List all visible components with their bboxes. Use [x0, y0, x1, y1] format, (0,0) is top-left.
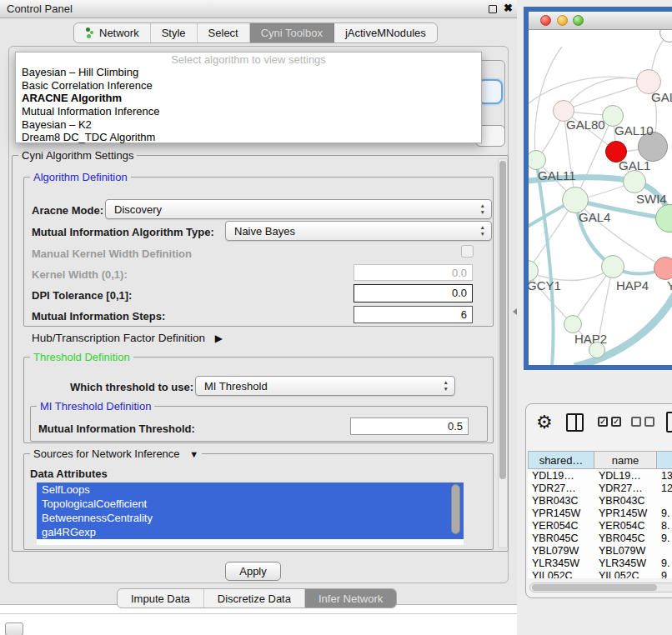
hub-definition-label: Hub/Transcription Factor Definition — [32, 332, 205, 344]
table-row[interactable]: YPR145WYPR145W9. — [528, 507, 672, 519]
dock-divider — [0, 613, 517, 614]
split-columns-icon[interactable] — [566, 413, 584, 432]
new-table-icon[interactable] — [666, 412, 672, 432]
dropdown-item[interactable]: Bayesian – Hill Climbing — [16, 66, 481, 79]
unchecked-box-icon — [644, 417, 654, 427]
zoom-traffic-light-icon[interactable] — [573, 15, 584, 26]
attribute-item-selected[interactable]: SelfLoops — [37, 482, 464, 497]
tab-discretize-data[interactable]: Discretize Data — [204, 589, 305, 608]
node-hap2[interactable] — [564, 315, 582, 333]
node-label: GAL80 — [566, 118, 605, 132]
algorithm-definition-legend: Algorithm Definition — [30, 171, 131, 183]
dropdown-placeholder: Select algorithm to view settings — [16, 53, 481, 66]
table-toolbar: ⚙ ✓ ✓ — [526, 411, 672, 439]
minimize-traffic-light-icon[interactable] — [557, 15, 568, 26]
attribute-item-selected[interactable]: BetweennessCentrality — [37, 511, 464, 525]
table-row[interactable]: YER054CYER054C8. — [528, 519, 672, 532]
table-row[interactable]: YIL052CYIL052C9 — [528, 569, 672, 578]
mi-steps-label: Mutual Information Steps: — [32, 310, 165, 322]
settings-group-legend: Cyni Algorithm Settings — [18, 149, 137, 162]
aracne-mode-combo[interactable]: Discovery ▲▼ — [105, 199, 492, 219]
gear-icon[interactable]: ⚙ — [536, 412, 553, 433]
node-hap4[interactable] — [601, 255, 624, 278]
mi-algorithm-type-combo[interactable]: Naive Bayes ▲▼ — [225, 221, 492, 241]
node-label: GCY1 — [529, 278, 561, 292]
manual-kernel-width-checkbox[interactable] — [461, 245, 474, 258]
float-window-icon[interactable] — [489, 5, 497, 13]
settings-vertical-scrollbar[interactable] — [498, 158, 508, 548]
network-window-titlebar[interactable] — [529, 12, 672, 30]
table-row[interactable]: YLR345WYLR345W9. — [528, 557, 672, 569]
table-row[interactable]: YBR043CYBR043C — [528, 494, 672, 507]
tab-infer-network[interactable]: Infer Network — [305, 589, 396, 608]
dpi-tolerance-label: DPI Tolerance [0,1]: — [32, 289, 132, 302]
table-row[interactable]: YDR27…YDR27…12 — [528, 482, 672, 494]
node-label: HAP4 — [616, 278, 649, 292]
checked-box-icon: ✓ — [611, 417, 621, 427]
attributes-scrollbar-thumb[interactable] — [451, 484, 460, 534]
panel-title: Control Panel — [7, 2, 73, 15]
node-label: GAL — [651, 90, 672, 104]
kernel-width-label: Kernel Width (0,1): — [32, 268, 128, 281]
table-horizontal-scrollbar[interactable] — [529, 582, 672, 592]
node-gal1[interactable] — [623, 170, 646, 193]
network-view-window: GAL GAL80 GAL10 GAL1 GAL11 SWI4 GAL4 GCY… — [524, 7, 672, 370]
select-all-columns-icon[interactable]: ✓ ✓ — [598, 417, 621, 427]
kernel-width-field[interactable]: 0.0 — [354, 264, 473, 281]
column-header-shared-name[interactable]: shared… — [528, 451, 594, 469]
checked-box-icon: ✓ — [598, 417, 608, 427]
node-salmon-y[interactable] — [654, 257, 672, 280]
apply-button[interactable]: Apply — [225, 562, 281, 581]
tab-jactivemnodules[interactable]: jActiveMNodules — [334, 23, 437, 42]
tab-label: Infer Network — [318, 592, 383, 605]
stepper-icon: ▲▼ — [444, 379, 449, 392]
collapsed-arrow-icon: ▶ — [215, 332, 223, 344]
tab-label: Select — [208, 27, 238, 39]
sources-legend-label: Sources for Network Inference — [33, 448, 180, 460]
dpi-tolerance-field[interactable]: 0.0 — [354, 284, 473, 302]
combo-value: MI Threshold — [204, 380, 268, 392]
hub-definition-toggle[interactable]: Hub/Transcription Factor Definition ▶ — [32, 332, 223, 344]
close-icon[interactable]: ✖ — [504, 2, 513, 14]
mi-steps-field[interactable]: 6 — [354, 306, 473, 323]
sources-legend-toggle[interactable]: Sources for Network Inference ▼ — [30, 448, 202, 460]
tab-label: Network — [99, 27, 139, 39]
table-rows: YDL19…YDL19…13 YDR27…YDR27…12 YBR043CYBR… — [528, 469, 672, 578]
panel-collapse-arrow-icon[interactable] — [513, 308, 517, 315]
column-header-name[interactable]: name — [594, 451, 657, 469]
tab-style[interactable]: Style — [151, 23, 198, 42]
stepper-icon: ▲▼ — [480, 224, 485, 238]
control-panel-tab-bar: Network Style Select Cyni Toolbox jActiv… — [73, 22, 438, 43]
scrollbar-thumb[interactable] — [532, 584, 657, 591]
corner-mini-button[interactable] — [5, 622, 23, 635]
tab-network[interactable]: Network — [74, 23, 151, 42]
threshold-definition-legend: Threshold Definition — [30, 351, 133, 363]
table-row[interactable]: YBR045CYBR045C9. — [528, 532, 672, 544]
dropdown-item[interactable]: Bayesian – K2 — [16, 118, 481, 132]
close-traffic-light-icon[interactable] — [540, 15, 551, 26]
dropdown-item[interactable]: Dream8 DC_TDC Algorithm — [16, 131, 481, 144]
tab-label: Impute Data — [131, 592, 190, 605]
table-row[interactable]: YBL079WYBL079W — [528, 544, 672, 557]
dropdown-item-highlighted[interactable]: ARACNE Algorithm — [16, 92, 481, 105]
table-row[interactable]: YDL19…YDL19…13 — [528, 469, 672, 482]
dropdown-item[interactable]: Basic Correlation Inference — [16, 79, 481, 92]
table-panel-window: ⚙ ✓ ✓ shared… name A YDL19…YDL19…13 YDR2… — [525, 403, 672, 598]
tab-select[interactable]: Select — [198, 23, 250, 42]
node-label: SWI4 — [636, 192, 667, 206]
node-label: HAP2 — [574, 332, 607, 346]
stepper-icon: ▲▼ — [480, 202, 485, 216]
tab-cyni-toolbox[interactable]: Cyni Toolbox — [250, 23, 334, 42]
control-panel-titlebar: Control Panel ✖ — [0, 0, 517, 18]
which-threshold-combo[interactable]: MI Threshold ▲▼ — [195, 376, 455, 396]
scrollbar-thumb[interactable] — [499, 161, 506, 479]
attribute-item-selected[interactable]: TopologicalCoefficient — [37, 497, 464, 511]
tab-impute-data[interactable]: Impute Data — [118, 589, 204, 608]
mi-threshold-field[interactable]: 0.5 — [350, 418, 469, 435]
mi-algorithm-type-label: Mutual Information Algorithm Type: — [32, 226, 214, 238]
dropdown-item[interactable]: Mutual Information Inference — [16, 105, 481, 118]
column-header-next[interactable]: A — [657, 451, 672, 469]
deselect-all-columns-icon[interactable] — [631, 417, 654, 427]
network-canvas[interactable]: GAL GAL80 GAL10 GAL1 GAL11 SWI4 GAL4 GCY… — [529, 30, 672, 365]
attribute-item-selected[interactable]: gal4RGexp — [37, 525, 464, 539]
